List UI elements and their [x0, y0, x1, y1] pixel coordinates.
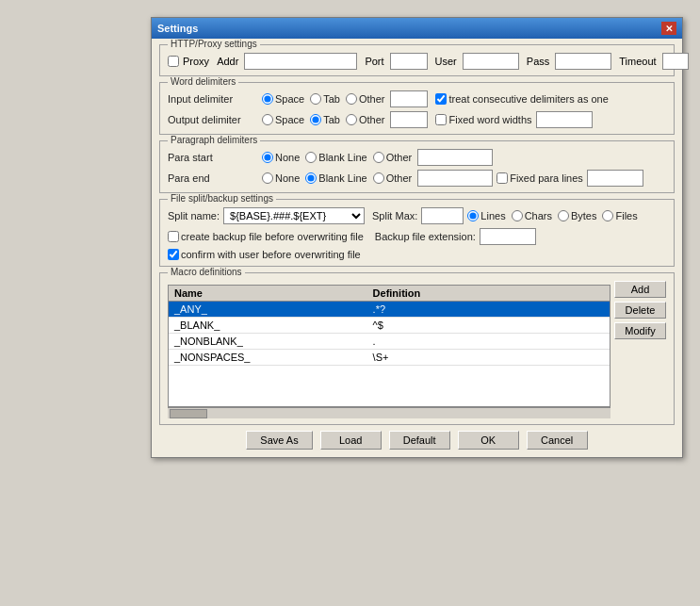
- macro-col-name: Name: [169, 286, 367, 302]
- para-end-label: Para end: [168, 172, 262, 184]
- para-start-label: Para start: [168, 152, 262, 163]
- output-space-label: Space: [275, 114, 304, 125]
- para-start-other-radio[interactable]: [373, 152, 384, 163]
- paragraph-delimiters-section: Paragraph delimiters Para start None Bla…: [159, 140, 675, 193]
- confirm-overwrite-label: confirm with user before overwriting fil…: [181, 249, 361, 260]
- macro-name-cell: _ANY_: [169, 302, 367, 318]
- output-other-radio[interactable]: [346, 114, 357, 125]
- macro-table-row[interactable]: _NONBLANK_.: [169, 334, 610, 350]
- proxy-label: Proxy: [183, 56, 209, 67]
- macro-hscrollbar[interactable]: [168, 407, 610, 418]
- macro-definition-cell: \S+: [367, 350, 610, 366]
- chars-radio[interactable]: [512, 210, 523, 221]
- para-end-other-item: Other: [373, 172, 413, 184]
- macro-definition-cell: .: [367, 334, 610, 350]
- modify-macro-button[interactable]: Modify: [614, 322, 666, 339]
- input-other-radio[interactable]: [346, 93, 357, 105]
- pass-label: Pass: [527, 56, 549, 67]
- ok-button[interactable]: OK: [458, 431, 519, 450]
- para-start-none-label: None: [275, 152, 300, 163]
- macro-side-buttons: Add Delete Modify: [614, 281, 666, 418]
- output-delimiter-row: Output delimiter Space Tab Other Fixed w…: [168, 111, 666, 128]
- save-as-button[interactable]: Save As: [246, 431, 312, 450]
- macro-table-row[interactable]: _NONSPACES_\S+: [169, 350, 610, 366]
- files-label: Files: [615, 210, 637, 221]
- treat-consecutive-checkbox[interactable]: [435, 93, 447, 105]
- macro-definition-cell: ^$: [367, 318, 610, 334]
- dialog-close-button[interactable]: ✕: [661, 22, 676, 35]
- para-end-none-radio[interactable]: [262, 172, 273, 184]
- cancel-button[interactable]: Cancel: [527, 431, 588, 450]
- input-space-label: Space: [275, 93, 304, 105]
- macro-table: Name Definition _ANY_.*?_BLANK_^$_NONBLA…: [169, 286, 610, 366]
- input-space-radio-item: Space: [262, 93, 304, 105]
- http-proxy-row: Proxy Addr Port User Pass Timeout 15: [168, 53, 666, 70]
- split-max-input[interactable]: 1000: [421, 207, 464, 224]
- backup-ext-input[interactable]: .bak: [480, 228, 536, 245]
- input-delimiter-label: Input delimiter: [168, 93, 262, 105]
- bytes-radio[interactable]: [558, 210, 569, 221]
- add-macro-button[interactable]: Add: [614, 281, 666, 298]
- input-tab-radio[interactable]: [310, 93, 321, 105]
- word-delimiters-title: Word delimiters: [168, 76, 238, 87]
- bottom-buttons: Save As Load Default OK Cancel: [159, 431, 675, 450]
- macro-definitions-section: Macro definitions Name Definition: [159, 272, 675, 425]
- create-backup-checkbox[interactable]: [168, 231, 179, 242]
- file-split-title: File split/backup settings: [168, 193, 276, 204]
- files-radio[interactable]: [602, 210, 613, 221]
- proxy-checkbox[interactable]: [168, 56, 179, 67]
- output-tab-label: Tab: [323, 114, 340, 125]
- macro-hscroll-thumb[interactable]: [170, 409, 207, 418]
- settings-dialog: Settings ✕ HTTP/Proxy settings Proxy Add…: [151, 17, 683, 458]
- macro-col-definition: Definition: [367, 286, 610, 302]
- para-end-blank-item: Blank Line: [305, 172, 366, 184]
- input-other-input[interactable]: [390, 90, 428, 107]
- default-button[interactable]: Default: [389, 431, 450, 450]
- macro-table-container: Name Definition _ANY_.*?_BLANK_^$_NONBLA…: [168, 281, 610, 418]
- port-label: Port: [365, 56, 383, 67]
- confirm-overwrite-checkbox[interactable]: [168, 249, 179, 260]
- split-name-select[interactable]: ${BASE}.###.${EXT}: [223, 207, 365, 224]
- fixed-para-lines-label: Fixed para lines: [510, 172, 583, 184]
- macro-table-wrapper[interactable]: Name Definition _ANY_.*?_BLANK_^$_NONBLA…: [168, 285, 610, 407]
- lines-radio[interactable]: [467, 210, 479, 221]
- load-button[interactable]: Load: [320, 431, 382, 450]
- macro-table-row[interactable]: _BLANK_^$: [169, 318, 610, 334]
- input-space-radio[interactable]: [262, 93, 273, 105]
- port-input[interactable]: [390, 53, 428, 70]
- para-end-blank-radio[interactable]: [305, 172, 317, 184]
- fixed-para-lines-checkbox[interactable]: [497, 172, 508, 184]
- para-start-blank-radio[interactable]: [305, 152, 317, 163]
- treat-consecutive-label: treat consecutive delimiters as one: [448, 93, 608, 105]
- delete-macro-button[interactable]: Delete: [614, 302, 666, 319]
- timeout-input[interactable]: 15: [662, 53, 689, 70]
- file-split-section: File split/backup settings Split name: $…: [159, 199, 675, 267]
- para-start-none-radio[interactable]: [262, 152, 273, 163]
- user-input[interactable]: [463, 53, 519, 70]
- macro-table-row[interactable]: _ANY_.*?: [169, 302, 610, 318]
- lines-radio-item: Lines: [467, 210, 505, 221]
- word-delimiters-section: Word delimiters Input delimiter Space Ta…: [159, 82, 675, 135]
- files-radio-item: Files: [602, 210, 637, 221]
- para-start-none-item: None: [262, 152, 300, 163]
- para-end-none-label: None: [275, 172, 300, 184]
- input-other-radio-item: Other: [346, 93, 385, 105]
- para-start-other-item: Other: [373, 152, 413, 163]
- para-end-other-input[interactable]: [417, 170, 493, 187]
- pass-input[interactable]: [555, 53, 611, 70]
- output-tab-radio[interactable]: [310, 114, 321, 125]
- addr-label: Addr: [217, 56, 238, 67]
- http-proxy-section: HTTP/Proxy settings Proxy Addr Port User…: [159, 44, 675, 76]
- fixed-word-widths-input[interactable]: [536, 111, 593, 128]
- fixed-para-lines-input[interactable]: [587, 170, 643, 187]
- para-start-other-input[interactable]: [417, 149, 493, 166]
- addr-input[interactable]: [244, 53, 357, 70]
- fixed-word-widths-checkbox[interactable]: [435, 114, 447, 125]
- para-start-blank-label: Blank Line: [318, 152, 366, 163]
- output-tab-radio-item: Tab: [310, 114, 340, 125]
- output-other-input[interactable]: [390, 111, 428, 128]
- chars-radio-item: Chars: [512, 210, 552, 221]
- para-start-row: Para start None Blank Line Other: [168, 149, 666, 166]
- output-space-radio[interactable]: [262, 114, 273, 125]
- para-end-other-radio[interactable]: [373, 172, 384, 184]
